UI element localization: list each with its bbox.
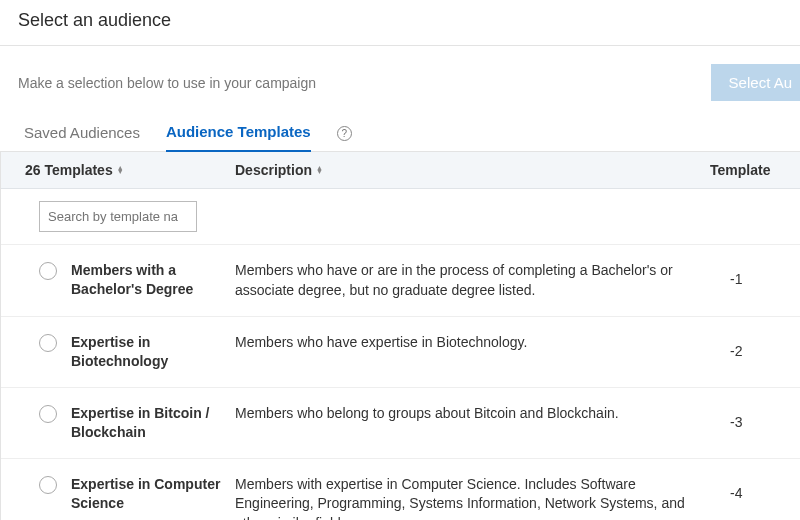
table-row: Expertise in Computer Science Members wi… (1, 459, 800, 520)
template-name: Expertise in Computer Science (71, 475, 235, 513)
radio-button[interactable] (39, 334, 57, 352)
template-name: Expertise in Bitcoin / Blockchain (71, 404, 235, 442)
template-description: Members who have or are in the process o… (235, 261, 730, 300)
page-title: Select an audience (18, 10, 782, 31)
search-row (1, 189, 800, 245)
column-header-template-size[interactable]: Template (710, 162, 800, 178)
select-audience-button[interactable]: Select Au (711, 64, 800, 101)
radio-button[interactable] (39, 262, 57, 280)
tab-saved-audiences[interactable]: Saved Audiences (24, 124, 140, 151)
table-header-row: 26 Templates ▲▼ Description ▲▼ Template (1, 152, 800, 189)
search-input[interactable] (39, 201, 197, 232)
template-description: Members who have expertise in Biotechnol… (235, 333, 730, 353)
template-name: Members with a Bachelor's Degree (71, 261, 235, 299)
column-header-templates[interactable]: 26 Templates ▲▼ (25, 162, 235, 178)
templates-count-label: 26 Templates (25, 162, 113, 178)
template-size: -4 (730, 475, 800, 501)
help-icon[interactable]: ? (337, 126, 352, 141)
template-size: -3 (730, 404, 800, 430)
template-size: -2 (730, 333, 800, 359)
template-name: Expertise in Biotechnology (71, 333, 235, 371)
instruction-text: Make a selection below to use in your ca… (18, 75, 316, 91)
template-description: Members who belong to groups about Bitco… (235, 404, 730, 424)
sort-icon: ▲▼ (316, 166, 323, 174)
description-label: Description (235, 162, 312, 178)
column-header-description[interactable]: Description ▲▼ (235, 162, 710, 178)
table-row: Members with a Bachelor's Degree Members… (1, 245, 800, 317)
tab-audience-templates[interactable]: Audience Templates (166, 123, 311, 152)
template-size: -1 (730, 261, 800, 287)
radio-button[interactable] (39, 405, 57, 423)
table-row: Expertise in Bitcoin / Blockchain Member… (1, 388, 800, 459)
sort-icon: ▲▼ (117, 166, 124, 174)
radio-button[interactable] (39, 476, 57, 494)
template-description: Members with expertise in Computer Scien… (235, 475, 730, 520)
table-row: Expertise in Biotechnology Members who h… (1, 317, 800, 388)
